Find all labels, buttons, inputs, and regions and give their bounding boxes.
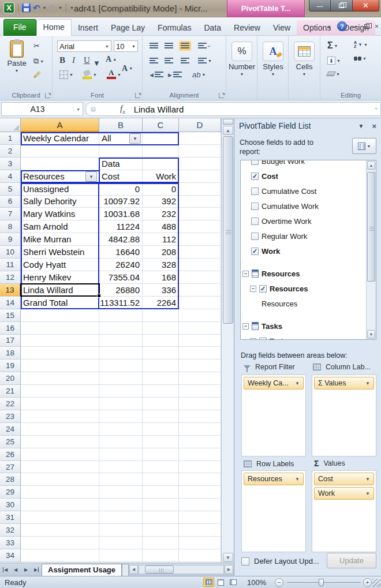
cell-B9[interactable]: 4842.88 — [99, 233, 143, 246]
area-field--values[interactable]: Σ Values▼ — [314, 377, 374, 389]
area-field-cost[interactable]: Cost▼ — [314, 473, 374, 485]
cell-C19[interactable] — [143, 359, 179, 372]
zoom-out-button[interactable]: − — [275, 578, 283, 587]
excel-app-icon[interactable]: X — [3, 2, 14, 13]
cell-A33[interactable] — [21, 537, 99, 549]
row-header-24[interactable]: 24 — [0, 423, 21, 436]
row-header-12[interactable]: 12 — [0, 271, 21, 284]
row-header-23[interactable]: 23 — [0, 410, 21, 423]
vertical-scroll-thumb[interactable] — [223, 136, 233, 324]
field-checkbox[interactable] — [251, 160, 259, 165]
underline-button[interactable]: U — [84, 55, 90, 65]
cell-A2[interactable] — [21, 145, 99, 158]
field-checkbox[interactable] — [251, 233, 259, 240]
bottom-align-button[interactable] — [181, 43, 189, 49]
cell-B21[interactable] — [99, 385, 143, 398]
cell-D18[interactable] — [179, 347, 221, 359]
row-header-29[interactable]: 29 — [0, 486, 21, 499]
cell-A32[interactable] — [21, 524, 99, 537]
tab-review[interactable]: Review — [227, 20, 267, 36]
cell-C16[interactable] — [143, 322, 179, 335]
cell-D10[interactable] — [179, 246, 221, 259]
cell-D14[interactable] — [179, 297, 221, 309]
cell-B25[interactable] — [99, 436, 143, 448]
cell-D7[interactable] — [179, 208, 221, 220]
customize-qat-icon[interactable]: ▼ — [70, 6, 74, 10]
cell-A6[interactable]: Sally Dehority — [21, 196, 99, 208]
cell-C26[interactable] — [143, 448, 179, 461]
cell-A23[interactable] — [21, 410, 99, 423]
tab-view[interactable]: View — [267, 20, 297, 36]
tab-formulas[interactable]: Formulas — [151, 20, 197, 36]
borders-button[interactable]: ▼ — [59, 70, 73, 79]
cell-C24[interactable] — [143, 423, 179, 436]
cell-C20[interactable] — [143, 372, 179, 385]
field-item-budget-work[interactable]: Budget Work — [241, 160, 366, 168]
styles-button[interactable]: A Styles ▼ — [262, 42, 285, 76]
cell-D33[interactable] — [179, 537, 221, 549]
workbook-close-icon[interactable]: × — [375, 23, 379, 30]
cell-C22[interactable] — [143, 398, 179, 410]
row-header-31[interactable]: 31 — [0, 511, 21, 524]
cell-A29[interactable] — [21, 486, 99, 499]
maximize-button[interactable] — [331, 0, 353, 12]
tab-insert[interactable]: Insert — [72, 20, 104, 36]
cell-A17[interactable] — [21, 335, 99, 347]
row-header-3[interactable]: 3 — [0, 158, 21, 170]
row-header-13[interactable]: 13 — [0, 284, 21, 297]
field-list-layout-button[interactable]: ▼ — [352, 138, 376, 154]
row-header-6[interactable]: 6 — [0, 196, 21, 208]
row-header-1[interactable]: 1 — [0, 132, 21, 145]
row-header-14[interactable]: 14 — [0, 297, 21, 309]
cell-C6[interactable]: 392 — [143, 196, 179, 208]
cell-C12[interactable]: 168 — [143, 271, 179, 284]
row-header-8[interactable]: 8 — [0, 220, 21, 233]
cell-D27[interactable] — [179, 461, 221, 474]
cell-B3[interactable]: Data — [99, 158, 143, 170]
scroll-down-icon[interactable]: ▼ — [367, 330, 375, 339]
cell-D3[interactable] — [179, 158, 221, 170]
scroll-up-icon[interactable]: ▲ — [367, 161, 375, 170]
format-painter-button[interactable]: 🖉 — [33, 70, 41, 79]
cell-D30[interactable] — [179, 499, 221, 511]
copy-button[interactable]: ⧉ ▼ — [33, 57, 44, 66]
row-header-11[interactable]: 11 — [0, 259, 21, 271]
workbook-minimize-icon[interactable]: — — [352, 23, 359, 30]
field-checkbox[interactable]: ✓ — [259, 285, 267, 293]
last-sheet-icon[interactable]: ▶ — [31, 563, 42, 576]
cell-C1[interactable] — [143, 132, 179, 145]
row-header-19[interactable]: 19 — [0, 359, 21, 372]
dialog-launcher-icon[interactable] — [135, 93, 140, 98]
cell-A26[interactable] — [21, 448, 99, 461]
cell-B33[interactable] — [99, 537, 143, 549]
row-header-17[interactable]: 17 — [0, 335, 21, 347]
cell-D29[interactable] — [179, 486, 221, 499]
field-group-tasks[interactable]: −Tasks — [241, 319, 366, 334]
cell-A5[interactable]: Unassigned — [21, 183, 99, 196]
sheet-tab-assignment-usage[interactable]: Assignment Usage — [42, 564, 122, 576]
page-layout-view-button[interactable] — [215, 578, 226, 587]
row-header-34[interactable]: 34 — [0, 549, 21, 562]
update-button[interactable]: Update — [327, 553, 376, 568]
collapse-icon[interactable]: − — [242, 271, 249, 277]
cell-B18[interactable] — [99, 347, 143, 359]
cell-C11[interactable]: 328 — [143, 259, 179, 271]
formula-input[interactable]: fx Linda Willard — [85, 102, 381, 116]
column-header-D[interactable]: D — [179, 118, 221, 132]
field-item-cost[interactable]: ✓Cost — [241, 168, 366, 183]
name-box-dropdown-icon[interactable]: ▼ — [73, 107, 83, 111]
cell-A1[interactable]: Weekly Calendar — [21, 132, 99, 145]
cell-A3[interactable] — [21, 158, 99, 170]
row-header-9[interactable]: 9 — [0, 233, 21, 246]
cell-A14[interactable]: Grand Total — [21, 297, 99, 309]
row-header-25[interactable]: 25 — [0, 436, 21, 448]
font-size-combo[interactable]: 10▼ — [114, 40, 138, 52]
panel-close-icon[interactable]: × — [372, 122, 376, 130]
scroll-down-icon[interactable]: ▼ — [223, 553, 233, 562]
cell-A15[interactable] — [21, 309, 99, 322]
panel-menu-icon[interactable]: ▼ — [358, 123, 364, 129]
field-item-resources[interactable]: Resources — [241, 296, 366, 311]
row-header-4[interactable]: 4 — [0, 170, 21, 183]
cell-A9[interactable]: Mike Murran — [21, 233, 99, 246]
cell-B12[interactable]: 7355.04 — [99, 271, 143, 284]
